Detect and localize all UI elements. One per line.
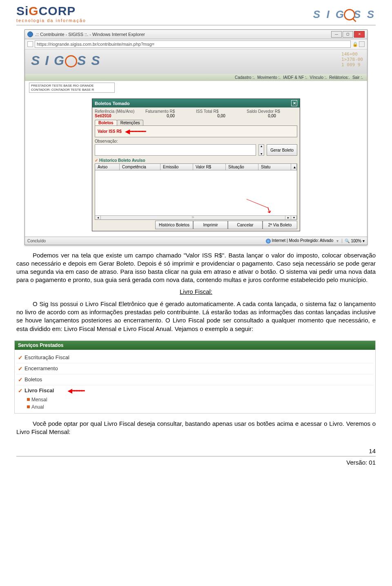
nav-cadastro[interactable]: Cadastro :. (235, 75, 255, 80)
bullet-icon (27, 398, 30, 401)
header-rule (16, 25, 376, 25)
menu-item-boletos[interactable]: ✓ Boletos (16, 374, 374, 385)
status-bar: Concluído Internet | Modo Protegido: Ati… (25, 237, 367, 244)
paragraph-3: Você pode optar por qual Livro Fiscal de… (16, 420, 376, 436)
hist-title: ✓ Historico Boleto Avulso (95, 158, 297, 163)
tab-boletos[interactable]: Boletos (95, 120, 117, 125)
minimize-button[interactable]: — (331, 31, 342, 38)
col-competencia: Competência (120, 164, 160, 170)
segunda-via-button[interactable]: 2ª Via Boleto (263, 221, 297, 229)
menu-item-encerramento[interactable]: ✓ Encerramento (16, 363, 374, 374)
scroll-right-icon[interactable]: ▸ (285, 216, 291, 219)
obs-scrollbar[interactable]: ▲▼ (258, 144, 264, 156)
col-faturamento: Faturamento R$ (145, 109, 196, 114)
logo-left: SiGCORP tecnologia da informação (16, 4, 86, 23)
globe-icon (266, 239, 271, 244)
col-emissao: Emissão (160, 164, 193, 170)
modal-body: Referência (Mês/Ano) Faturamento R$ ISS … (92, 107, 300, 231)
check-icon: ✓ (18, 387, 23, 394)
paragraph-1: Podemos ver na tela que existe um campo … (16, 251, 376, 284)
bullet-icon (27, 405, 30, 408)
contador-label: CONTADOR: CONTADOR TESTE BASE R (31, 88, 113, 92)
zoom-control[interactable]: 🔍 100% ▾ (342, 239, 365, 243)
tab-content: Valor ISS R$ ◀━━━━━ (95, 125, 297, 137)
sub-item-anual[interactable]: Anual (16, 403, 374, 411)
modal-title-bar: Boletos Tomado ✕ (92, 99, 300, 107)
col-saldo: Saldo Devedor R$ (247, 109, 297, 114)
section-title-livro: Livro Fiscal: (16, 288, 376, 296)
browser-window: .:: Contribuinte - SIGISS ::. - Windows … (24, 29, 368, 245)
header-decoration: 146+00 1>378-00 1 009 9 (341, 51, 363, 68)
menu-list: ✓ Escrituração Fiscal ✓ Encerramento ✓ B… (15, 350, 375, 413)
modal-close-button[interactable]: ✕ (291, 100, 297, 106)
lens-icon (65, 55, 77, 67)
col-statu: Statu (258, 164, 291, 170)
iss-value: 0,00 (196, 114, 247, 118)
gerar-boleto-button[interactable]: Gerar Boleto (267, 144, 297, 156)
col-valor: Valor R$ (193, 164, 226, 170)
scroll-down-icon[interactable]: ▾ (291, 216, 297, 219)
nav-sair[interactable]: Sair :. (352, 75, 363, 80)
hist-hscroll[interactable]: ◂ ⊪ ▸ ▾ (95, 215, 297, 219)
saldo-value: 0,00 (247, 114, 297, 118)
check-icon: ✓ (95, 158, 98, 163)
bottom-buttons: Histórico Boletos Imprimir Cancelar 2ª V… (95, 221, 297, 229)
historico-button[interactable]: Histórico Boletos (155, 221, 193, 229)
body-text: Podemos ver na tela que existe um campo … (0, 251, 392, 333)
cancelar-button[interactable]: Cancelar (228, 221, 263, 229)
tab-retencoes[interactable]: Retenções (117, 120, 144, 125)
fat-value: 0,00 (145, 114, 196, 118)
col-iss: ISS Total R$ (196, 109, 247, 114)
logo-right: S I GS S (313, 7, 376, 21)
title-bar: .:: Contribuinte - SIGISS ::. - Windows … (25, 30, 367, 39)
nav-movimento[interactable]: Movimento :. (257, 75, 281, 80)
hist-table: Aviso Competência Emissão Valor R$ Situa… (95, 163, 297, 220)
status-mode: Internet | Modo Protegido: Ativado (266, 238, 334, 243)
logo-sigcorp-text: SiGCORP (16, 4, 86, 18)
obs-row: ▲▼ Gerar Boleto (95, 144, 297, 156)
nav-iaidf[interactable]: IAIDF & NF :. (283, 75, 307, 80)
ref-value: Set/2010 (95, 114, 145, 118)
refresh-icon[interactable] (359, 41, 365, 47)
prestador-label: PRESTADOR TESTE BASE RIO GRANDE (31, 84, 113, 88)
page-number: 14 (0, 439, 392, 456)
menu-header: Serviços Prestados (15, 341, 375, 350)
col-aviso: Aviso (95, 164, 120, 170)
menu-item-livro-fiscal[interactable]: ✓ Livro Fiscal ◀━━━━━ (16, 385, 374, 396)
maximize-button[interactable]: ▢ (343, 31, 353, 38)
nav-vinculo[interactable]: Vínculo :. (310, 75, 327, 80)
window-buttons: — ▢ ✕ (331, 31, 365, 38)
info-box: PRESTADOR TESTE BASE RIO GRANDE CONTADOR… (29, 83, 115, 93)
col-situacao: Situação (226, 164, 258, 170)
hist-body: ↘ (95, 170, 297, 215)
scroll-track[interactable]: ⊪ (101, 216, 285, 219)
close-button[interactable]: ✕ (354, 31, 365, 38)
obs-textarea[interactable] (95, 144, 256, 156)
imprimir-button[interactable]: Imprimir (193, 221, 228, 229)
scroll-left-icon[interactable]: ◂ (95, 216, 101, 219)
menu-screenshot: Serviços Prestados ✓ Escrituração Fiscal… (14, 340, 376, 414)
ref-header-row: Referência (Mês/Ano) Faturamento R$ ISS … (95, 109, 297, 114)
status-sep: ▾ (336, 239, 339, 243)
window-title: .:: Contribuinte - SIGISS ::. - Windows … (35, 32, 331, 37)
check-icon: ✓ (18, 376, 23, 383)
app-logo: S I GS S (31, 53, 100, 68)
ie-icon (27, 31, 33, 37)
doc-header: SiGCORP tecnologia da informação S I GS … (0, 0, 392, 25)
scroll-up-icon[interactable]: ▴ (291, 164, 297, 170)
ref-value-row: Set/2010 0,00 0,00 0,00 (95, 114, 297, 118)
valor-row: Valor ISS R$ ◀━━━━━ (98, 127, 294, 135)
url-field[interactable]: https://riogrande.sigiss.com.br/contribu… (35, 40, 351, 48)
valor-iss-label: Valor ISS R$ (98, 129, 122, 134)
obs-label: Observação: (95, 139, 297, 143)
hist-header: Aviso Competência Emissão Valor R$ Situa… (95, 164, 297, 170)
sub-item-mensal[interactable]: Mensal (16, 396, 374, 403)
tabs: Boletos Retenções (95, 120, 297, 125)
col-referencia: Referência (Mês/Ano) (95, 109, 145, 114)
arrow-icon: ◀━━━━━ (68, 387, 84, 394)
nav-relatorios[interactable]: Relátorios:. (329, 75, 350, 80)
paragraph-2: O Sig Iss possui o Livro Fiscal Eletrôni… (16, 300, 376, 333)
page-icon (27, 41, 33, 47)
menu-item-escrituracao[interactable]: ✓ Escrituração Fiscal (16, 352, 374, 363)
logo-tagline: tecnologia da informação (16, 18, 86, 23)
